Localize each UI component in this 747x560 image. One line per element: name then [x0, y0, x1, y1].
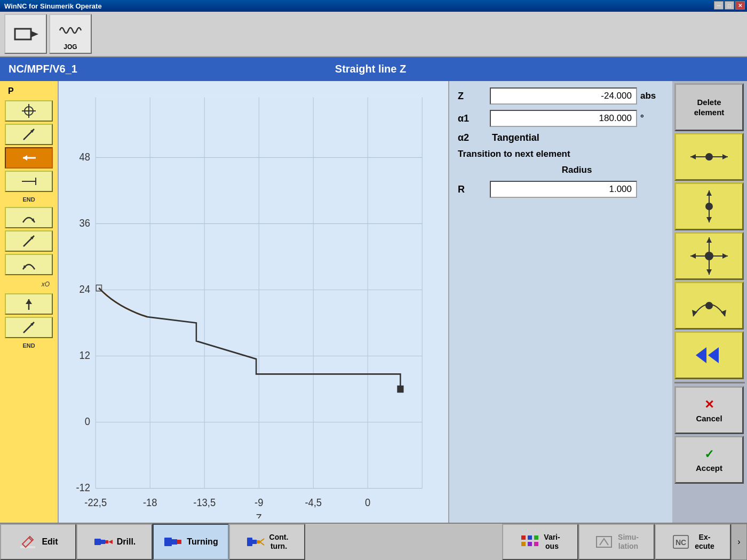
z-unit: abs — [637, 91, 664, 101]
crosshair-icon — [21, 103, 37, 119]
all-constraint-btn[interactable] — [674, 232, 744, 280]
cancel-label: Cancel — [696, 414, 722, 423]
various-label: Vari-ous — [544, 533, 560, 551]
svg-text:Z: Z — [256, 511, 262, 518]
alpha1-unit: ° — [637, 113, 664, 124]
vert-constraint-icon — [698, 188, 720, 225]
horiz-constraint-btn[interactable] — [674, 133, 744, 181]
simulation-btn: Simu-lation — [578, 524, 655, 560]
drill-label: Drill. — [117, 537, 136, 547]
svg-rect-76 — [172, 539, 177, 545]
chart-container: 48 36 24 12 0 -12 -22,5 -18 -13,5 -9 -4,… — [63, 85, 444, 518]
simulation-icon — [594, 532, 614, 551]
execute-btn[interactable]: NC Ex-ecute — [655, 524, 731, 560]
main-content: P — [0, 81, 747, 523]
right-buttons-panel: Deleteelement — [672, 81, 747, 523]
up-arrow-btn[interactable] — [5, 293, 53, 315]
minimize-btn[interactable]: ─ — [714, 1, 724, 10]
window-controls: ─ □ ✕ — [714, 1, 745, 10]
diag3-icon — [21, 319, 37, 335]
svg-rect-85 — [534, 535, 538, 540]
app-title: WinNC for Sinumerik Operate — [4, 2, 102, 10]
alpha2-value: Tangential — [490, 132, 664, 143]
various-icon — [520, 532, 539, 551]
vert-constraint-btn[interactable] — [674, 182, 744, 230]
diag3-btn[interactable] — [5, 317, 53, 338]
arc-constraint-btn[interactable] — [674, 282, 744, 330]
wave1-btn[interactable] — [5, 171, 53, 192]
xo-label: xO — [5, 276, 53, 292]
cancel-btn[interactable]: ✕ Cancel — [674, 386, 744, 434]
arc2-btn[interactable] — [5, 254, 53, 275]
accept-btn[interactable]: ✓ Accept — [674, 436, 744, 484]
up-arrow-icon — [21, 298, 37, 311]
svg-marker-61 — [690, 253, 696, 259]
svg-text:-22,5: -22,5 — [84, 497, 107, 509]
alpha1-value[interactable]: 180.000 — [490, 110, 637, 127]
svg-text:-4,5: -4,5 — [305, 497, 322, 509]
execute-label: Ex-ecute — [695, 533, 714, 551]
z-label: Z — [458, 91, 490, 102]
svg-point-56 — [705, 203, 713, 210]
close-btn[interactable]: ✕ — [735, 1, 745, 10]
arrow-tool-btn[interactable] — [4, 14, 47, 54]
arc-btn[interactable] — [5, 207, 53, 228]
simulation-label: Simu-lation — [618, 533, 639, 551]
p-label: P — [5, 83, 53, 99]
edit-btn[interactable]: Edit — [0, 524, 76, 560]
diag-up-btn[interactable] — [5, 124, 53, 145]
svg-line-82 — [260, 542, 264, 545]
alpha1-field-row: α1 180.000 ° — [458, 110, 664, 127]
delete-element-btn[interactable]: Deleteelement — [674, 83, 744, 131]
scroll-right-arrow[interactable]: › — [731, 524, 747, 560]
header-bar: NC/MPF/V6_1 Straight line Z — [0, 57, 747, 81]
bottom-spacer — [305, 524, 502, 560]
cont-turn-btn[interactable]: Cont.turn. — [229, 524, 305, 560]
transition-label: Transition to next element — [458, 149, 570, 159]
horiz-constraint-icon — [688, 146, 730, 167]
svg-rect-84 — [528, 535, 532, 540]
svg-text:NC: NC — [676, 538, 686, 547]
svg-text:0: 0 — [85, 415, 90, 427]
end-label-2: END — [5, 340, 53, 351]
drill-btn[interactable]: Drill. — [76, 524, 153, 560]
various-btn[interactable]: Vari-ous — [502, 524, 578, 560]
svg-rect-71 — [94, 539, 101, 545]
r-value[interactable]: 1.000 — [490, 181, 637, 198]
svg-rect-48 — [397, 386, 403, 393]
z-value[interactable]: -24.000 — [490, 87, 637, 105]
diag2-btn[interactable] — [5, 230, 53, 252]
svg-rect-80 — [257, 540, 260, 543]
svg-rect-88 — [534, 542, 538, 546]
turning-btn[interactable]: Turning — [153, 524, 229, 560]
svg-rect-73 — [105, 540, 108, 543]
left-arrow-active-icon — [21, 153, 37, 163]
svg-rect-87 — [528, 542, 532, 546]
svg-marker-55 — [706, 217, 712, 222]
alpha2-field-row: α2 Tangential — [458, 132, 664, 143]
operation-title: Straight line Z — [335, 63, 406, 75]
diag-up-icon — [21, 126, 37, 142]
skip-btn[interactable] — [674, 331, 744, 379]
wave1-icon — [21, 175, 37, 187]
horiz-left-active-btn[interactable] — [5, 147, 53, 169]
radius-header-row: Radius — [458, 165, 664, 175]
drill-icon — [93, 532, 113, 551]
svg-marker-67 — [696, 347, 706, 363]
svg-marker-16 — [26, 299, 32, 304]
turning-label: Turning — [187, 537, 218, 547]
jog-tool-btn[interactable]: JOG — [49, 14, 92, 54]
svg-rect-75 — [164, 538, 172, 546]
arc-constraint-icon — [688, 290, 730, 322]
crosshair-btn[interactable] — [5, 100, 53, 122]
svg-rect-77 — [177, 540, 181, 544]
arrow-tool-icon — [13, 21, 38, 47]
svg-marker-1 — [31, 31, 38, 37]
svg-marker-62 — [722, 253, 728, 259]
skip-icon — [693, 345, 725, 366]
svg-rect-86 — [521, 542, 526, 546]
svg-text:48: 48 — [80, 150, 90, 163]
svg-text:-9: -9 — [255, 497, 263, 509]
maximize-btn[interactable]: □ — [725, 1, 734, 10]
transition-row: Transition to next element — [458, 149, 664, 159]
